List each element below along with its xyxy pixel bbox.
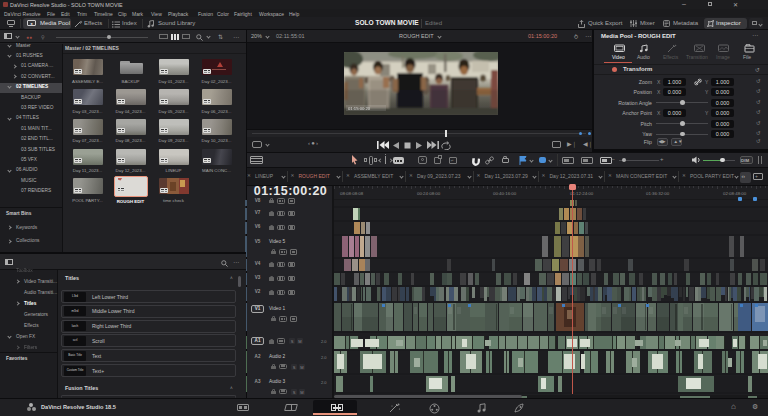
svg-text:01:15:00:20: 01:15:00:20: [348, 106, 371, 111]
